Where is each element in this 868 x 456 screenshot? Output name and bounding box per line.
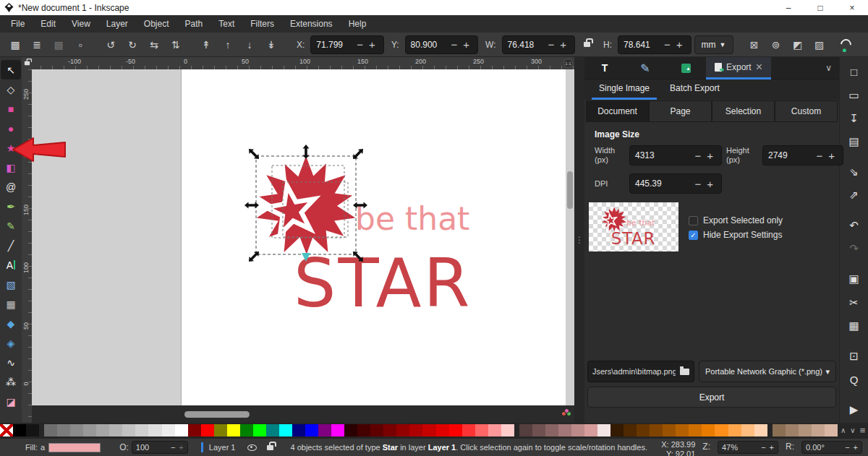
palette-swatch[interactable]: [449, 424, 462, 436]
palette-menu-icon[interactable]: ≡: [860, 425, 866, 436]
move-patterns-toggle-button[interactable]: ▨: [810, 35, 829, 54]
select-all-button[interactable]: ▩: [6, 35, 25, 54]
palette-swatch[interactable]: [519, 424, 532, 436]
document-page[interactable]: be that STAR: [181, 69, 566, 405]
palette-swatch[interactable]: [162, 424, 175, 436]
dock-chevron-icon[interactable]: ∨: [825, 63, 832, 73]
tab-trace-bitmap[interactable]: ▴: [665, 57, 706, 79]
palette-swatch[interactable]: [702, 424, 715, 436]
palette-swatch[interactable]: [240, 424, 253, 436]
undo-button[interactable]: ↶: [843, 215, 865, 236]
menu-text[interactable]: Text: [210, 15, 242, 33]
close-button[interactable]: ×: [836, 0, 868, 15]
tab-export[interactable]: Export ×: [706, 57, 771, 79]
palette-swatch[interactable]: [610, 424, 624, 436]
palette-swatch[interactable]: [26, 424, 39, 436]
palette-swatch[interactable]: [597, 424, 610, 436]
raise-button[interactable]: ↑: [218, 35, 237, 54]
h-field[interactable]: 78.641 − +: [618, 35, 692, 54]
tab-text-and-font[interactable]: T: [584, 57, 625, 79]
palette-swatch[interactable]: [409, 424, 422, 436]
palette-scroll-up-icon[interactable]: ∧: [841, 426, 846, 434]
gradient-tool[interactable]: ▧: [1, 275, 21, 294]
palette-swatch[interactable]: [462, 424, 475, 436]
lock-ratio-icon[interactable]: [584, 42, 590, 47]
palette-swatch[interactable]: [135, 424, 148, 436]
palette-swatch[interactable]: [488, 424, 501, 436]
palette-swatch[interactable]: [214, 424, 227, 436]
palette-swatch[interactable]: [475, 424, 488, 436]
save-button[interactable]: ↧: [843, 108, 865, 129]
horizontal-ruler[interactable]: 1:1 -100-50050100150200250300: [32, 57, 574, 69]
palette-swatch[interactable]: [396, 424, 409, 436]
format-dropdown[interactable]: Portable Network Graphic (*.png) ▾: [699, 361, 836, 382]
export-button[interactable]: ⇗: [843, 185, 865, 205]
palette-swatch[interactable]: [70, 424, 83, 436]
palette-swatch[interactable]: [558, 424, 571, 436]
palette-swatch[interactable]: [825, 424, 838, 436]
rotation-field[interactable]: 0.00° − +: [801, 441, 862, 454]
palette-swatch[interactable]: [188, 424, 201, 436]
palette-swatch[interactable]: [422, 424, 435, 436]
tab-batch-export[interactable]: Batch Export: [663, 79, 727, 100]
palette-swatch[interactable]: [689, 424, 702, 436]
canvas[interactable]: be that STAR: [32, 69, 574, 405]
hide-export-settings-checkbox[interactable]: ✓: [689, 231, 698, 240]
area-page-button[interactable]: Page: [649, 100, 712, 122]
palette-swatch[interactable]: [532, 424, 545, 436]
opacity-field[interactable]: 100 − +: [132, 441, 188, 454]
vertical-scrollbar[interactable]: [567, 69, 574, 405]
palette-swatch[interactable]: [754, 424, 767, 436]
spiral-tool[interactable]: @: [1, 177, 21, 197]
menu-extensions[interactable]: Extensions: [282, 15, 341, 33]
redo-button[interactable]: ↷: [843, 238, 865, 259]
layer-selector[interactable]: Layer 1: [209, 443, 236, 452]
height-field[interactable]: 2749 − +: [762, 145, 843, 165]
menu-view[interactable]: View: [64, 15, 98, 33]
palette-swatch[interactable]: [57, 424, 70, 436]
palette-swatch[interactable]: [201, 424, 214, 436]
palette-swatch[interactable]: [715, 424, 728, 436]
dpi-decrement[interactable]: −: [692, 178, 704, 190]
palette-swatch[interactable]: [799, 424, 812, 436]
palette-swatch[interactable]: [571, 424, 584, 436]
palette-swatch[interactable]: [344, 424, 357, 436]
rectangle-tool[interactable]: ■: [1, 99, 21, 119]
scale-stroke-toggle-button[interactable]: ⊠: [745, 35, 764, 54]
flip-vertical-button[interactable]: ⇅: [166, 35, 185, 54]
x-decrement[interactable]: −: [354, 38, 366, 51]
palette-swatch[interactable]: [227, 424, 240, 436]
zoom-selection-button[interactable]: ⊡: [843, 346, 865, 366]
text-tool[interactable]: A: [1, 255, 21, 275]
raise-to-top-button[interactable]: ↟: [197, 35, 216, 54]
palette-swatch[interactable]: [545, 424, 558, 436]
cut-button[interactable]: ✂: [843, 292, 865, 312]
menu-path[interactable]: Path: [177, 15, 211, 33]
palette-swatch[interactable]: [624, 424, 637, 436]
export-button[interactable]: Export: [587, 387, 836, 408]
open-folder-icon[interactable]: [680, 369, 689, 375]
width-decrement[interactable]: −: [692, 150, 704, 162]
palette-swatch[interactable]: [370, 424, 383, 436]
spray-tool[interactable]: ⁂: [1, 372, 21, 392]
palette-swatch[interactable]: [741, 424, 754, 436]
palette-swatch[interactable]: [786, 424, 799, 436]
selection-box-toggle-button[interactable]: ▫: [71, 35, 90, 54]
palette-swatch[interactable]: [501, 424, 514, 436]
minimize-button[interactable]: –: [773, 0, 804, 15]
rotate-ccw-button[interactable]: ↺: [101, 35, 120, 54]
layer-visibility-icon[interactable]: [247, 444, 257, 451]
tab-single-image[interactable]: Single Image: [592, 79, 657, 100]
calligraphy-tool[interactable]: ╱: [1, 236, 21, 255]
height-increment[interactable]: +: [825, 150, 838, 162]
palette-swatch-none[interactable]: [0, 424, 13, 436]
palette-swatch[interactable]: [383, 424, 396, 436]
w-increment[interactable]: +: [557, 38, 569, 51]
export-selected-checkbox[interactable]: [689, 216, 698, 225]
menu-filters[interactable]: Filters: [242, 15, 282, 33]
lower-to-bottom-button[interactable]: ↡: [262, 35, 281, 54]
print-button[interactable]: ▤: [843, 132, 865, 152]
palette-swatch[interactable]: [357, 424, 370, 436]
y-increment[interactable]: +: [460, 38, 472, 51]
menu-layer[interactable]: Layer: [98, 15, 136, 33]
